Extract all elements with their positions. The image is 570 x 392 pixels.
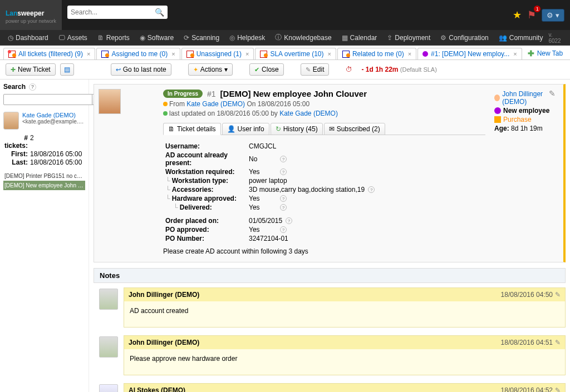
updated-line: last updated on 18/08/2016 05:00 by Kate… — [163, 110, 485, 117]
requester-name[interactable]: Kate Gade (DEMO) — [22, 112, 85, 118]
dot-icon — [163, 111, 168, 116]
nav-assets[interactable]: 🖵Assets — [54, 32, 92, 44]
gear-icon: ⚙ — [440, 34, 446, 42]
ticket-icon — [342, 51, 350, 58]
settings-menu[interactable]: ⚙ ▾ — [542, 9, 564, 22]
monitor-icon: 🖵 — [58, 34, 65, 42]
person-icon: 👤 — [227, 125, 235, 133]
age-line: Age: 8d 1h 19m — [494, 125, 560, 132]
help-icon[interactable]: ? — [280, 156, 287, 162]
close-icon[interactable]: × — [87, 51, 90, 57]
help-icon[interactable]: ? — [368, 186, 375, 193]
gauge-icon: ◷ — [8, 34, 13, 42]
sidebar-search-heading: Search? — [3, 83, 85, 91]
help-icon[interactable]: ? — [286, 217, 292, 224]
edit-ticket-button[interactable]: ✎Edit — [301, 63, 330, 76]
history-icon: ↻ — [276, 125, 281, 133]
from-user-link[interactable]: Kate Gade (DEMO) — [186, 100, 245, 108]
nav-software[interactable]: ◉Software — [135, 32, 178, 44]
avatar — [99, 384, 118, 392]
nav-helpdesk[interactable]: ◎Helpdesk — [225, 32, 269, 44]
search-icon[interactable]: 🔍 — [155, 8, 164, 17]
edit-icon[interactable]: ✎ — [555, 339, 561, 346]
logo-sub: power up your network — [6, 18, 56, 24]
goto-last-note-button[interactable]: ↩Go to last note — [111, 63, 171, 76]
nav-dashboard[interactable]: ◷Dashboard — [3, 32, 53, 44]
help-icon[interactable]: ? — [280, 226, 287, 233]
wand-icon: ✦ — [193, 66, 198, 73]
global-search[interactable]: 🔍 — [67, 6, 168, 19]
ticket-icon — [8, 51, 16, 58]
ticket-title: [DEMO] New employee John Clouver — [220, 89, 367, 98]
tab-current-ticket[interactable]: #1: [DEMO] New employ...× — [417, 48, 522, 59]
doc-icon: 🗎 — [97, 34, 104, 42]
nav-knowledgebase[interactable]: ⓘKnowledgebase — [271, 31, 336, 44]
logo-part1: Lan — [6, 9, 17, 17]
help-icon[interactable]: ? — [280, 195, 287, 202]
notif-badge: 1 — [534, 6, 540, 12]
ticket-icon — [186, 51, 194, 58]
tab-history[interactable]: ↻History (45) — [271, 123, 323, 135]
sidebar-ticket-item[interactable]: [DEMO] Printer PBG151 no conn.. — [3, 171, 85, 181]
avatar — [99, 89, 121, 114]
help-icon[interactable]: ? — [280, 204, 287, 211]
topbar: Lansweeper power up your network 🔍 ★ ⚑1 … — [0, 0, 570, 30]
type-line: New employee — [494, 107, 560, 115]
main-nav: ◷Dashboard 🖵Assets 🗎Reports ◉Software ⟳S… — [0, 30, 570, 46]
tag-icon — [494, 107, 501, 114]
edit-icon[interactable]: ✎ — [555, 386, 561, 392]
close-icon[interactable]: × — [327, 51, 331, 57]
close-icon[interactable]: × — [171, 51, 175, 57]
favorite-icon[interactable]: ★ — [513, 9, 522, 21]
ticket-header-block: In Progress #1 [DEMO] New employee John … — [94, 84, 566, 262]
search-input[interactable] — [71, 8, 155, 16]
nav-calendar[interactable]: ▦Calendar — [337, 32, 382, 44]
mail-icon: ✉ — [329, 125, 335, 133]
close-ticket-button[interactable]: ✔Close — [249, 63, 284, 76]
new-ticket-button[interactable]: ✚New Ticket — [6, 63, 56, 76]
updater-link[interactable]: Kate Gade (DEMO) — [279, 110, 338, 117]
dot-icon — [163, 102, 168, 106]
open-tabs: All tickets (filtered) (9)× Assigned to … — [0, 46, 570, 60]
tab-new[interactable]: ✚New Tab — [523, 47, 567, 59]
help-icon[interactable]: ? — [280, 168, 287, 175]
nav-community[interactable]: 👥Community — [494, 32, 548, 44]
tab-all-tickets[interactable]: All tickets (filtered) (9)× — [3, 48, 95, 59]
notification-icon[interactable]: ⚑1 — [527, 9, 536, 21]
note-timestamp: 18/08/2016 04:50 — [501, 291, 553, 299]
plus-icon: ✚ — [11, 66, 16, 73]
tab-assigned[interactable]: Assigned to me (0)× — [96, 48, 180, 59]
note-body-text: Please approve new hardware order — [124, 349, 565, 375]
sidebar: Search? 🔍 Kate Gade (DEMO) <kate.gade@ex… — [0, 80, 89, 392]
close-icon[interactable]: × — [513, 51, 517, 57]
edit-icon[interactable]: ✎ — [555, 291, 561, 299]
tab-unassigned[interactable]: Unassigned (1)× — [181, 48, 254, 59]
avatar — [99, 289, 118, 310]
sidebar-ticket-item[interactable]: [DEMO] New employee John Cl.. — [3, 181, 85, 190]
sidebar-search-input[interactable] — [3, 94, 92, 105]
nav-deployment[interactable]: ⇪Deployment — [382, 32, 435, 44]
tab-subscribed[interactable]: ✉Subscribed (2) — [324, 123, 385, 135]
help-icon[interactable]: ? — [29, 83, 36, 91]
dot-icon — [422, 51, 428, 57]
toggle-layout-button[interactable]: ▤ — [60, 63, 74, 76]
layout-icon: ▤ — [64, 66, 70, 73]
nav-scanning[interactable]: ⟳Scanning — [179, 32, 224, 44]
tab-ticket-details[interactable]: 🗎Ticket details — [163, 123, 221, 135]
logo: Lansweeper power up your network — [0, 0, 62, 30]
cart-icon — [494, 116, 501, 123]
tab-sla-overtime[interactable]: SLA overtime (10)× — [255, 48, 336, 59]
close-icon[interactable]: × — [245, 51, 249, 57]
pencil-icon: ✎ — [306, 66, 311, 73]
actions-menu-button[interactable]: ✦Actions ▾ — [188, 63, 233, 76]
purchase-link[interactable]: Purchase — [494, 116, 560, 123]
nav-configuration[interactable]: ⚙Configuration — [436, 32, 493, 44]
tab-user-info[interactable]: 👤User info — [222, 123, 269, 135]
note-author: John Dillinger (DEMO) — [129, 291, 199, 299]
edit-icon[interactable]: ✎ — [549, 89, 556, 98]
nav-reports[interactable]: 🗎Reports — [93, 32, 134, 44]
tab-related[interactable]: Related to me (0)× — [337, 48, 416, 59]
from-line: From Kate Gade (DEMO) On 18/08/2016 05:0… — [163, 100, 485, 108]
close-icon[interactable]: × — [408, 51, 411, 57]
note-item: Al Stokes (DEMO)18/08/2016 04:52✎ approv… — [94, 383, 566, 392]
